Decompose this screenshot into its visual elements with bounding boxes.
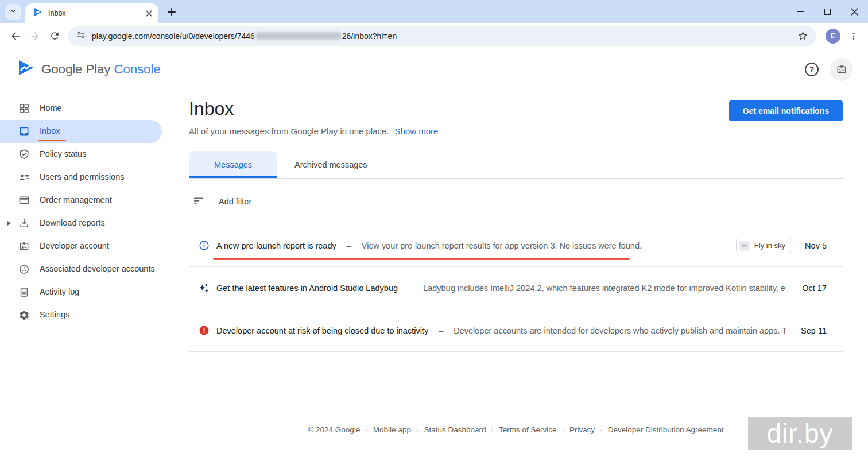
window-maximize-button[interactable] (814, 0, 841, 23)
footer-separator: · (562, 425, 565, 434)
message-snippet: Ladybug includes IntelliJ 2024.2, which … (423, 284, 786, 293)
message-snippet: View your pre-launch report results for … (362, 241, 721, 250)
site-settings-icon[interactable] (76, 30, 86, 42)
footer-link-privacy[interactable]: Privacy (569, 425, 595, 434)
get-email-notifications-button[interactable]: Get email notifications (729, 100, 843, 121)
three-dots-icon (849, 32, 858, 41)
id-badge-icon (836, 64, 847, 75)
inbox-tabs: Messages Archived messages (189, 151, 843, 179)
inbox-icon (18, 126, 30, 137)
window-minimize-button[interactable] (787, 0, 814, 23)
sidebar-item-label: Developer account (40, 241, 109, 252)
sidebar-item-developer-account[interactable]: Developer account (0, 235, 170, 258)
filter-icon (193, 195, 204, 207)
sidebar-item-associated-developer-accounts[interactable]: Associated developer accounts (0, 258, 170, 281)
sidebar-item-home[interactable]: Home (0, 97, 170, 120)
tab-close-icon[interactable] (144, 8, 154, 18)
footer-link-terms[interactable]: Terms of Service (499, 425, 557, 434)
sidebar-item-download-reports[interactable]: Download reports (0, 212, 170, 235)
window-close-button[interactable] (841, 0, 868, 23)
tab-title: Inbox (48, 9, 144, 17)
shield-check-icon (18, 149, 30, 160)
sidebar-item-label: Download reports (40, 218, 105, 229)
browser-menu-button[interactable] (845, 28, 862, 45)
sidebar-item-activity-log[interactable]: Activity log (0, 281, 170, 304)
users-list-icon (18, 172, 30, 183)
minimize-icon (797, 11, 804, 12)
footer-separator: · (600, 425, 603, 434)
sidebar-item-policy-status[interactable]: Policy status (0, 143, 170, 166)
show-more-link[interactable]: Show more (395, 126, 439, 136)
footer-separator: · (416, 425, 419, 434)
sparkle-icon (198, 282, 210, 294)
back-button[interactable] (6, 26, 25, 46)
message-row[interactable]: Developer account at risk of being close… (189, 309, 843, 352)
play-console-header: Google PlayConsole ? (0, 49, 868, 90)
url-redacted-blur (256, 32, 341, 40)
footer-link-dda[interactable]: Developer Distribution Agreement (608, 425, 724, 434)
sidebar-item-label: Inbox (40, 126, 60, 137)
download-icon (18, 218, 30, 229)
message-date: Oct 17 (801, 284, 827, 293)
forward-button[interactable] (25, 26, 45, 46)
footer-link-status-dashboard[interactable]: Status Dashboard (424, 425, 486, 434)
error-icon (198, 325, 210, 336)
tab-archived-messages[interactable]: Archived messages (277, 151, 385, 178)
sidebar-item-inbox[interactable]: Inbox (0, 120, 162, 143)
copyright-text: © 2024 Google (308, 425, 360, 434)
message-dash: – (347, 241, 351, 250)
message-title: A new pre-launch report is ready (216, 241, 336, 250)
add-filter-row[interactable]: Add filter (189, 179, 843, 224)
play-console-favicon (33, 7, 42, 19)
message-row[interactable]: A new pre-launch report is ready – View … (189, 224, 843, 267)
id-badge-icon (18, 241, 30, 252)
sidebar-item-label: Associated developer accounts (40, 264, 155, 275)
gear-icon (18, 309, 30, 321)
message-snippet: Developer accounts are intended for deve… (454, 326, 786, 335)
reload-icon (49, 30, 60, 41)
new-tab-button[interactable] (164, 5, 179, 20)
tab-search-button[interactable] (5, 4, 21, 20)
url-text-end: 26/inbox?hl=en (342, 32, 397, 41)
sidebar-item-label: Settings (40, 309, 69, 321)
sidebar-item-order-management[interactable]: Order management (0, 189, 170, 212)
message-date: Sep 11 (801, 326, 827, 335)
sidebar-item-label: Users and permissions (40, 172, 124, 183)
bookmark-star-button[interactable] (797, 30, 808, 41)
app-thumbnail-icon (739, 241, 750, 251)
browser-toolbar: play.google.com/console/u/0/developers/7… (0, 23, 868, 49)
brand-console: Console (114, 62, 160, 76)
sidebar-item-settings[interactable]: Settings (0, 304, 170, 327)
window-controls (787, 0, 868, 23)
maximize-icon (824, 9, 831, 15)
message-row[interactable]: Get the latest features in Android Studi… (189, 267, 843, 309)
browser-tab-strip: Inbox (0, 0, 868, 23)
expand-caret-icon[interactable] (7, 221, 11, 226)
play-console-logo[interactable]: Google PlayConsole (17, 59, 161, 80)
document-icon (18, 286, 30, 298)
help-button[interactable]: ? (805, 63, 819, 76)
annotation-underline-message (213, 258, 630, 260)
brand-google-play: Google Play (41, 62, 110, 76)
reload-button[interactable] (45, 26, 64, 46)
tab-messages[interactable]: Messages (189, 151, 277, 178)
app-chip[interactable]: Fly in sky (736, 238, 792, 253)
close-icon (851, 8, 858, 16)
message-date: Nov 5 (801, 241, 827, 250)
back-icon (10, 30, 21, 42)
play-triangle-icon (17, 59, 34, 80)
payment-card-icon (18, 195, 30, 206)
watermark: dir.by (748, 417, 852, 450)
message-title: Developer account at risk of being close… (216, 326, 428, 335)
sidebar-item-label: Order management (40, 195, 112, 206)
account-badge-button[interactable] (830, 58, 853, 81)
main-content: Inbox All of your messages from Google P… (170, 90, 868, 460)
forward-icon (29, 30, 41, 42)
sidebar-item-users-permissions[interactable]: Users and permissions (0, 166, 170, 189)
browser-tab-inbox[interactable]: Inbox (25, 3, 158, 23)
sidebar-item-label: Policy status (40, 149, 86, 160)
footer-link-mobile-app[interactable]: Mobile app (373, 425, 411, 434)
address-bar[interactable]: play.google.com/console/u/0/developers/7… (68, 26, 816, 46)
browser-profile-avatar[interactable]: E (826, 29, 840, 44)
message-dash: – (439, 326, 443, 335)
